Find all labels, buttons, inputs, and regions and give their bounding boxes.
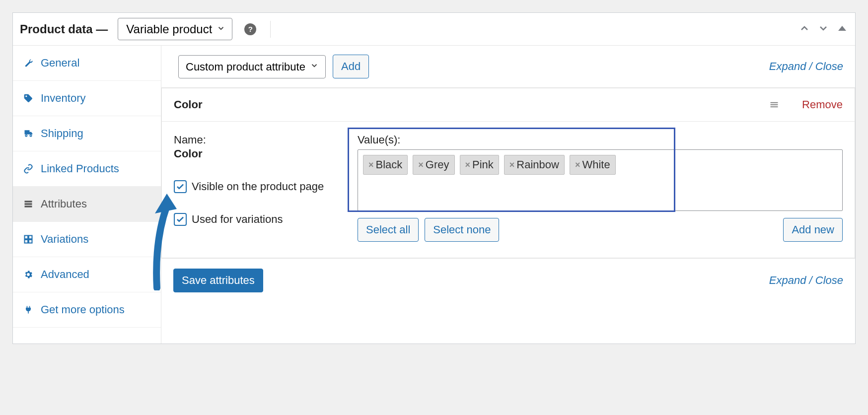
values-tag-input[interactable]: ×Black ×Grey ×Pink ×Rainbow ×White — [358, 149, 843, 211]
used-for-variations-label: Used for variations — [192, 213, 283, 226]
attributes-footer: Save attributes Expand / Close — [161, 258, 855, 302]
chevron-up-icon[interactable] — [798, 22, 810, 36]
sidebar-item-advanced[interactable]: Advanced — [13, 257, 161, 292]
panel-header: Product data — Variable product ? — [13, 13, 855, 46]
main-content: Custom product attribute Add Expand / Cl… — [161, 46, 855, 344]
sidebar-item-label: Inventory — [41, 92, 86, 105]
svg-rect-3 — [25, 201, 32, 202]
select-all-button[interactable]: Select all — [358, 218, 419, 242]
plug-icon — [23, 305, 34, 315]
remove-tag-icon[interactable]: × — [418, 160, 424, 170]
svg-rect-5 — [25, 206, 32, 207]
sidebar-item-general[interactable]: General — [13, 46, 161, 81]
product-data-panel: Product data — Variable product ? Genera… — [12, 12, 856, 344]
svg-rect-8 — [25, 240, 28, 243]
truck-icon — [23, 129, 34, 138]
svg-rect-4 — [25, 203, 32, 205]
svg-rect-9 — [29, 240, 32, 243]
panel-title: Product data — — [20, 22, 108, 36]
tag-icon — [23, 93, 34, 103]
grid-icon — [23, 234, 34, 244]
value-tag[interactable]: ×Pink — [460, 155, 499, 175]
visible-label: Visible on the product page — [192, 180, 324, 193]
drag-handle-icon[interactable] — [768, 100, 780, 110]
remove-tag-icon[interactable]: × — [465, 160, 471, 170]
svg-rect-6 — [25, 236, 28, 239]
used-for-variations-checkbox[interactable] — [174, 213, 187, 226]
divider — [270, 21, 271, 38]
sidebar-item-inventory[interactable]: Inventory — [13, 81, 161, 116]
value-tag[interactable]: ×Grey — [413, 155, 454, 175]
remove-tag-icon[interactable]: × — [368, 160, 374, 170]
values-label: Value(s): — [358, 134, 843, 146]
expand-close-link[interactable]: Expand / Close — [769, 274, 843, 287]
wrench-icon — [23, 58, 34, 68]
list-icon — [23, 199, 34, 209]
attribute-type-select[interactable]: Custom product attribute — [178, 55, 326, 78]
expand-close-link[interactable]: Expand / Close — [769, 60, 843, 73]
product-type-select[interactable]: Variable product — [118, 18, 232, 40]
select-none-button[interactable]: Select none — [425, 218, 499, 242]
sidebar-item-variations[interactable]: Variations — [13, 222, 161, 257]
sidebar-item-label: Advanced — [41, 268, 89, 281]
save-attributes-button[interactable]: Save attributes — [173, 269, 263, 292]
remove-tag-icon[interactable]: × — [509, 160, 515, 170]
gear-icon — [23, 270, 34, 279]
attributes-toolbar: Custom product attribute Add Expand / Cl… — [161, 46, 855, 88]
attribute-block: Color Remove Name: Color — [161, 88, 855, 258]
triangle-up-icon[interactable] — [836, 22, 848, 36]
sidebar-item-label: Shipping — [41, 127, 83, 140]
svg-marker-0 — [838, 26, 846, 31]
visible-checkbox[interactable] — [174, 180, 187, 193]
sidebar: General Inventory Shipping Linked Produc… — [13, 46, 161, 344]
help-icon[interactable]: ? — [244, 23, 256, 35]
sidebar-item-get-more-options[interactable]: Get more options — [13, 292, 161, 328]
link-icon — [23, 164, 34, 174]
name-label: Name: — [174, 134, 358, 146]
sidebar-item-label: Linked Products — [41, 162, 119, 175]
sidebar-item-linked-products[interactable]: Linked Products — [13, 151, 161, 187]
chevron-down-icon[interactable] — [817, 22, 829, 36]
svg-point-1 — [25, 135, 27, 137]
attribute-title: Color — [174, 98, 202, 111]
remove-attribute-link[interactable]: Remove — [802, 98, 843, 111]
sidebar-item-shipping[interactable]: Shipping — [13, 116, 161, 151]
attribute-header[interactable]: Color Remove — [162, 88, 855, 122]
value-tag[interactable]: ×White — [570, 155, 616, 175]
svg-rect-7 — [29, 236, 32, 239]
add-new-button[interactable]: Add new — [783, 218, 843, 242]
remove-tag-icon[interactable]: × — [575, 160, 580, 170]
sidebar-item-label: General — [41, 57, 79, 69]
sidebar-item-label: Variations — [41, 233, 88, 246]
value-tag[interactable]: ×Black — [363, 155, 408, 175]
value-tag[interactable]: ×Rainbow — [504, 155, 565, 175]
sidebar-item-attributes[interactable]: Attributes — [13, 187, 161, 222]
attribute-name-value: Color — [174, 147, 358, 160]
sidebar-item-label: Attributes — [41, 198, 87, 210]
sidebar-item-label: Get more options — [41, 303, 125, 316]
svg-point-2 — [30, 135, 31, 137]
add-attribute-button[interactable]: Add — [333, 55, 369, 78]
